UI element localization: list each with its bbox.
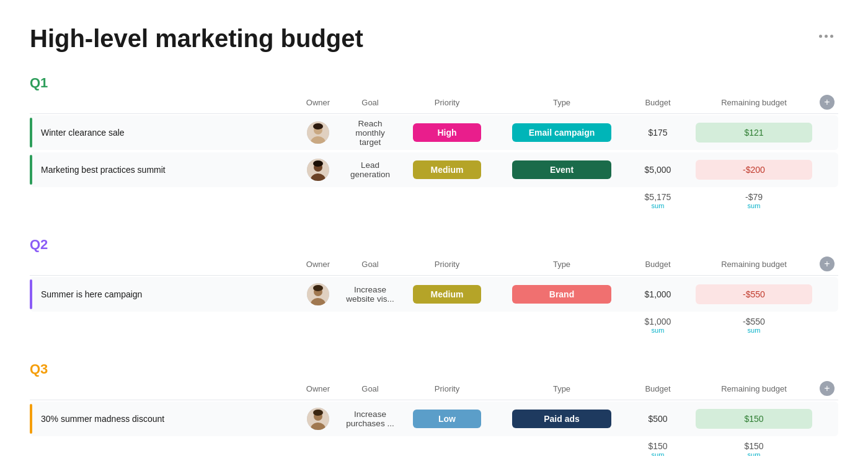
sum-label-budget: sum <box>624 451 692 456</box>
sum-label-remaining: sum <box>692 202 816 209</box>
more-dot-2 <box>825 35 828 38</box>
sum-label-remaining: sum <box>692 451 816 456</box>
table-row: Marketing best practices summit Lead gen… <box>30 152 838 187</box>
row-budget: $1,000 <box>624 289 692 299</box>
table-row: Summer is here campaign Increase website… <box>30 277 838 312</box>
row-budget: $175 <box>624 128 692 138</box>
sum-label-budget: sum <box>624 327 692 334</box>
priority-badge: Medium <box>413 160 481 179</box>
row-border <box>30 118 32 147</box>
table-q1: Owner Goal Priority Type Budget Remainin… <box>30 91 838 217</box>
row-remaining: -$550 <box>696 284 812 304</box>
col-goal: Goal <box>346 384 394 393</box>
col-budget: Budget <box>624 260 692 269</box>
section-label-q3: Q3 <box>30 361 838 377</box>
page-title: High-level marketing budget <box>30 25 363 53</box>
avatar <box>307 159 329 181</box>
row-owner <box>290 408 346 430</box>
more-dot-1 <box>819 35 822 38</box>
row-name: Winter clearance sale <box>41 128 125 138</box>
type-badge: Brand <box>512 285 611 304</box>
svg-point-3 <box>313 123 323 129</box>
row-name: Summer is here campaign <box>41 289 142 299</box>
row-type: Paid ads <box>500 410 624 428</box>
sum-budget: $5,175sum <box>624 192 692 209</box>
row-goal: Increase purchases ... <box>346 410 394 428</box>
priority-badge: Medium <box>413 285 481 304</box>
table-q2: Owner Goal Priority Type Budget Remainin… <box>30 253 838 341</box>
row-remaining: -$200 <box>696 160 812 180</box>
col-headers-q1: Owner Goal Priority Type Budget Remainin… <box>30 91 838 114</box>
type-badge: Event <box>512 160 611 179</box>
row-name-cell: Summer is here campaign <box>30 279 290 309</box>
row-type: Event <box>500 160 624 179</box>
section-q2: Q2 Owner Goal Priority Type Budget Remai… <box>30 237 838 341</box>
row-budget: $5,000 <box>624 165 692 175</box>
col-owner: Owner <box>290 384 346 393</box>
sum-row-q2: $1,000sum -$550sum <box>30 314 838 341</box>
col-budget: Budget <box>624 384 692 393</box>
col-priority: Priority <box>394 98 500 107</box>
col-goal: Goal <box>346 98 394 107</box>
svg-point-7 <box>313 160 323 167</box>
col-add[interactable]: + <box>816 256 838 271</box>
col-budget: Budget <box>624 98 692 107</box>
row-name-cell: 30% summer madness discount <box>30 404 290 434</box>
table-q3: Owner Goal Priority Type Budget Remainin… <box>30 377 838 456</box>
section-q1: Q1 Owner Goal Priority Type Budget Remai… <box>30 75 838 217</box>
col-priority: Priority <box>394 260 500 269</box>
add-row-button[interactable]: + <box>820 256 835 271</box>
section-label-q1: Q1 <box>30 75 838 91</box>
add-row-button[interactable]: + <box>820 381 835 396</box>
col-goal: Goal <box>346 260 394 269</box>
col-owner: Owner <box>290 98 346 107</box>
row-budget: $500 <box>624 414 692 424</box>
row-owner <box>290 121 346 144</box>
col-add[interactable]: + <box>816 381 838 396</box>
sum-label-remaining: sum <box>692 327 816 334</box>
col-headers-q3: Owner Goal Priority Type Budget Remainin… <box>30 377 838 400</box>
page-header: High-level marketing budget <box>30 25 838 53</box>
svg-point-11 <box>313 285 323 291</box>
sum-remaining: $150sum <box>692 441 816 456</box>
section-q3: Q3 Owner Goal Priority Type Budget Remai… <box>30 361 838 456</box>
avatar <box>307 283 329 305</box>
col-remaining: Remaining budget <box>692 98 816 107</box>
row-goal: Increase website vis... <box>346 285 394 304</box>
row-type: Brand <box>500 285 624 304</box>
row-name: Marketing best practices summit <box>41 165 166 175</box>
row-name: 30% summer madness discount <box>41 414 164 424</box>
table-row: 30% summer madness discount Increase pur… <box>30 401 838 436</box>
sum-budget: $1,000sum <box>624 317 692 334</box>
row-border <box>30 404 32 434</box>
sum-remaining: -$550sum <box>692 317 816 334</box>
row-goal: Reach monthly target <box>346 119 394 147</box>
row-name-cell: Marketing best practices summit <box>30 155 290 185</box>
col-add[interactable]: + <box>816 95 838 110</box>
col-priority: Priority <box>394 384 500 393</box>
more-options-button[interactable] <box>814 30 838 43</box>
row-owner <box>290 159 346 181</box>
sections-container: Q1 Owner Goal Priority Type Budget Remai… <box>30 75 838 456</box>
priority-badge: Low <box>413 410 481 428</box>
row-border <box>30 155 32 185</box>
col-remaining: Remaining budget <box>692 260 816 269</box>
col-type: Type <box>500 98 624 107</box>
col-type: Type <box>500 384 624 393</box>
col-type: Type <box>500 260 624 269</box>
row-priority: Medium <box>394 160 500 179</box>
avatar <box>307 121 329 144</box>
row-priority: Medium <box>394 285 500 304</box>
row-border <box>30 279 32 309</box>
sum-budget: $150sum <box>624 441 692 456</box>
sum-label-budget: sum <box>624 202 692 209</box>
row-goal: Lead generation <box>346 160 394 179</box>
col-headers-q2: Owner Goal Priority Type Budget Remainin… <box>30 253 838 276</box>
section-label-q2: Q2 <box>30 237 838 253</box>
priority-badge: High <box>413 123 481 142</box>
row-name-cell: Winter clearance sale <box>30 118 290 147</box>
sum-row-q3: $150sum $150sum <box>30 439 838 456</box>
add-row-button[interactable]: + <box>820 95 835 110</box>
row-priority: Low <box>394 410 500 428</box>
sum-row-q1: $5,175sum -$79sum <box>30 190 838 217</box>
